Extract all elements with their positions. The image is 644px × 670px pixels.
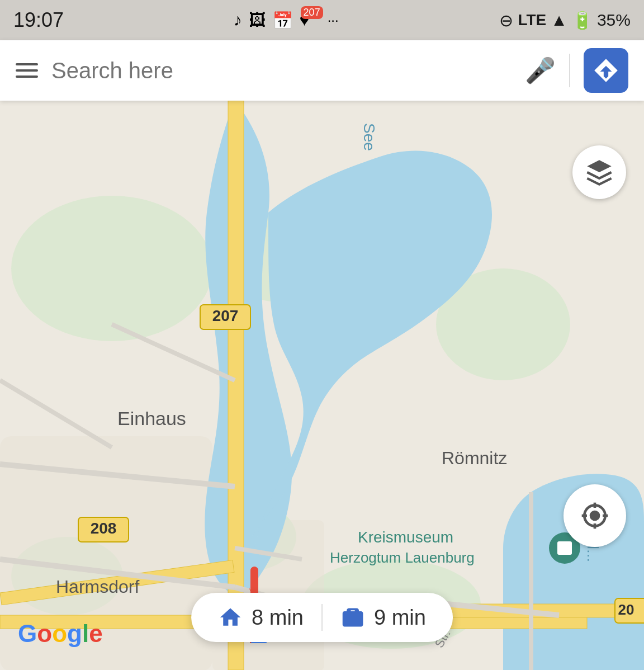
map-view[interactable]: 207 208 208 20 Einhaus Römnitz Harmsdorf… xyxy=(0,101,644,670)
navigation-button[interactable] xyxy=(584,48,628,93)
svg-text:See: See xyxy=(361,123,378,151)
signal-icon: ▲ xyxy=(551,11,567,30)
battery-percentage: 35% xyxy=(597,11,631,30)
logo-g: G xyxy=(18,620,37,647)
search-bar: 🎤 xyxy=(0,40,644,101)
layers-icon xyxy=(585,158,614,187)
svg-text:Römnitz: Römnitz xyxy=(442,448,507,468)
home-time: 8 min xyxy=(252,606,304,630)
bottom-bar-divider xyxy=(321,604,323,631)
hamburger-line xyxy=(16,63,38,65)
notification-icons: ♪ 🖼 📅 ♥207 ··· xyxy=(234,11,339,30)
battery-icon: 🔋 xyxy=(572,11,593,30)
search-divider xyxy=(569,54,570,87)
logo-e: e xyxy=(89,620,102,647)
svg-text:208: 208 xyxy=(91,520,117,537)
bottom-destinations-bar[interactable]: 8 min 9 min xyxy=(191,593,453,642)
no-disturb-icon: ⊖ xyxy=(499,11,513,30)
logo-o2: o xyxy=(52,620,67,647)
svg-rect-39 xyxy=(557,541,572,555)
lte-label: LTE xyxy=(518,11,546,29)
logo-o1: o xyxy=(37,620,52,647)
svg-text:Einhaus: Einhaus xyxy=(117,408,186,429)
svg-point-46 xyxy=(590,511,600,521)
calendar-icon: 📅 xyxy=(272,11,293,30)
photo-icon: 🖼 xyxy=(249,11,266,30)
directions-icon xyxy=(592,56,620,84)
hamburger-line xyxy=(16,76,38,78)
layers-button[interactable] xyxy=(572,145,626,199)
time-display: 19:07 xyxy=(13,8,64,32)
svg-text:Herzogtum Lauenburg: Herzogtum Lauenburg xyxy=(330,549,475,566)
home-destination[interactable]: 8 min xyxy=(218,605,304,630)
status-bar: 19:07 ♪ 🖼 📅 ♥207 ··· ⊖ LTE ▲ 🔋 35% xyxy=(0,0,644,40)
my-location-button[interactable] xyxy=(564,484,626,547)
hamburger-menu[interactable] xyxy=(16,63,38,78)
system-icons: ⊖ LTE ▲ 🔋 35% xyxy=(499,11,631,30)
location-icon xyxy=(579,500,610,531)
hamburger-line xyxy=(16,69,38,72)
microphone-icon[interactable]: 🎤 xyxy=(525,56,556,85)
search-input[interactable] xyxy=(51,58,512,83)
work-time: 9 min xyxy=(374,606,426,630)
logo-l: l xyxy=(82,620,89,647)
work-destination[interactable]: 9 min xyxy=(340,605,426,630)
heart-icon: ♥207 xyxy=(300,11,310,30)
logo-g2: g xyxy=(67,620,82,647)
heart-badge: 207 xyxy=(301,6,323,19)
music-icon: ♪ xyxy=(234,11,242,30)
home-icon xyxy=(218,605,243,630)
svg-text:Harmsdorf: Harmsdorf xyxy=(56,577,139,597)
svg-text:Kreismuseum: Kreismuseum xyxy=(358,529,453,546)
svg-text:207: 207 xyxy=(212,307,239,324)
work-icon xyxy=(340,605,365,630)
svg-point-1 xyxy=(11,196,212,341)
ellipsis-icon: ··· xyxy=(328,12,339,28)
google-logo: Google xyxy=(18,620,103,648)
svg-text:20: 20 xyxy=(618,601,634,618)
